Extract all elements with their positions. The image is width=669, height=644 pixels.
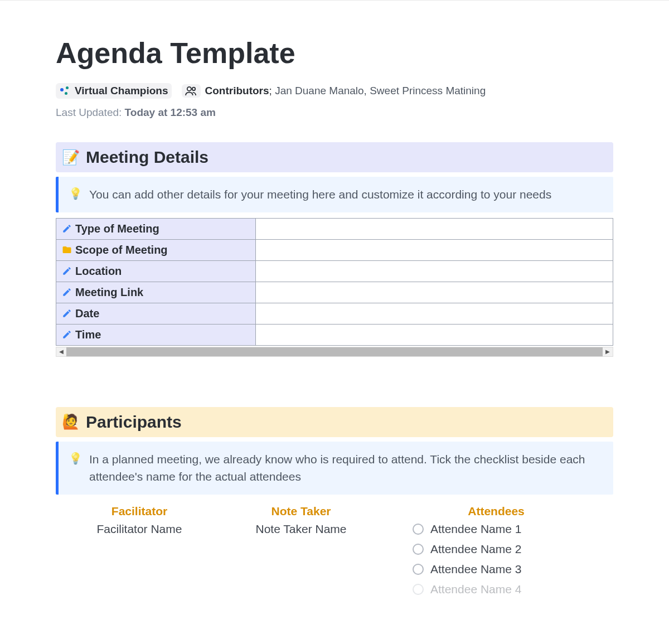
horizontal-scrollbar[interactable]: ◄ ► — [56, 347, 613, 357]
detail-value-cell[interactable] — [256, 218, 613, 239]
detail-value-cell[interactable] — [256, 260, 613, 282]
participants-columns: Facilitator Facilitator Name Note Taker … — [56, 505, 613, 603]
pencil-icon — [62, 266, 72, 276]
table-row: Scope of Meeting — [56, 239, 613, 260]
facilitator-label: Facilitator — [56, 505, 223, 518]
meeting-details-table: Type of MeetingScope of MeetingLocationM… — [56, 218, 613, 346]
scroll-track[interactable] — [66, 347, 603, 356]
participants-callout: 💡 In a planned meeting, we already know … — [56, 442, 613, 495]
svg-point-1 — [192, 88, 195, 90]
detail-label: Date — [75, 307, 99, 319]
contributors-names: Jan Duane Manalo, Sweet Princess Matinin… — [275, 85, 486, 96]
meta-row: Virtual Champions Contributors; Jan Duan… — [56, 83, 613, 99]
pencil-icon — [62, 224, 72, 234]
contributors-label: Contributors — [205, 85, 269, 96]
meeting-details-callout: 💡 You can add other details for your mee… — [56, 177, 613, 212]
table-row: Type of Meeting — [56, 218, 613, 239]
participants-header: 🙋 Participants — [56, 407, 613, 437]
detail-label-cell[interactable]: Date — [56, 303, 256, 324]
memo-icon: 📝 — [62, 149, 79, 166]
detail-label: Location — [75, 265, 122, 277]
detail-value-cell[interactable] — [256, 239, 613, 260]
detail-value-cell[interactable] — [256, 282, 613, 303]
attendee-checkbox[interactable] — [413, 584, 424, 595]
meeting-details-callout-text: You can add other details for your meeti… — [89, 186, 551, 204]
attendee-name[interactable]: Attendee Name 4 — [430, 583, 521, 596]
note-taker-value[interactable]: Note Taker Name — [223, 522, 379, 536]
pencil-icon — [62, 287, 72, 297]
attendee-row: Attendee Name 3 — [413, 563, 613, 576]
team-name: Virtual Champions — [75, 85, 168, 97]
attendees-column: Attendees Attendee Name 1Attendee Name 2… — [379, 505, 613, 603]
lightbulb-icon: 💡 — [69, 451, 83, 466]
note-taker-label: Note Taker — [223, 505, 379, 518]
last-updated-value: Today at 12:53 am — [125, 106, 216, 118]
attendee-checkbox[interactable] — [413, 564, 424, 575]
meeting-details-heading: Meeting Details — [86, 148, 209, 167]
scroll-right-arrow-icon[interactable]: ► — [603, 347, 613, 356]
attendee-row: Attendee Name 4 — [413, 583, 613, 596]
participants-heading: Participants — [86, 413, 182, 432]
facilitator-value[interactable]: Facilitator Name — [56, 522, 223, 536]
detail-label-cell[interactable]: Meeting Link — [56, 282, 256, 303]
pencil-icon — [62, 330, 72, 340]
page-title: Agenda Template — [56, 23, 613, 70]
meeting-details-table-wrap: Type of MeetingScope of MeetingLocationM… — [56, 218, 613, 357]
meeting-details-header: 📝 Meeting Details — [56, 142, 613, 172]
people-icon — [185, 86, 197, 96]
last-updated: Last Updated: Today at 12:53 am — [56, 106, 613, 119]
team-chip[interactable]: Virtual Champions — [56, 83, 172, 99]
table-row: Time — [56, 324, 613, 345]
note-taker-column: Note Taker Note Taker Name — [223, 505, 379, 603]
team-icon — [59, 85, 71, 97]
attendee-checkbox[interactable] — [413, 544, 424, 555]
facilitator-column: Facilitator Facilitator Name — [56, 505, 223, 603]
table-row: Meeting Link — [56, 282, 613, 303]
attendee-name[interactable]: Attendee Name 2 — [430, 543, 521, 556]
detail-label: Type of Meeting — [75, 222, 159, 235]
scroll-left-arrow-icon[interactable]: ◄ — [56, 347, 66, 356]
attendee-row: Attendee Name 2 — [413, 543, 613, 556]
detail-value-cell[interactable] — [256, 324, 613, 345]
attendees-label: Attendees — [379, 505, 613, 518]
detail-label-cell[interactable]: Time — [56, 324, 256, 345]
attendee-checkbox[interactable] — [413, 524, 424, 535]
detail-label-cell[interactable]: Location — [56, 260, 256, 282]
lightbulb-icon: 💡 — [69, 186, 83, 201]
detail-label-cell[interactable]: Type of Meeting — [56, 218, 256, 239]
detail-label: Time — [75, 328, 101, 341]
pencil-icon — [62, 308, 72, 318]
last-updated-label: Last Updated: — [56, 106, 122, 118]
detail-label-cell[interactable]: Scope of Meeting — [56, 239, 256, 260]
table-row: Date — [56, 303, 613, 324]
attendee-name[interactable]: Attendee Name 3 — [430, 563, 521, 576]
scroll-thumb[interactable] — [66, 347, 603, 356]
svg-point-0 — [187, 87, 191, 91]
participants-section: 🙋 Participants 💡 In a planned meeting, w… — [56, 407, 613, 603]
detail-label: Meeting Link — [75, 286, 143, 298]
attendee-name[interactable]: Attendee Name 1 — [430, 522, 521, 536]
raising-hand-icon: 🙋 — [62, 414, 79, 430]
contributors-chip[interactable]: Contributors; Jan Duane Manalo, Sweet Pr… — [182, 84, 486, 98]
page: Agenda Template Virtual Champions Contri… — [0, 1, 669, 625]
detail-value-cell[interactable] — [256, 303, 613, 324]
attendee-row: Attendee Name 1 — [413, 522, 613, 536]
table-row: Location — [56, 260, 613, 282]
detail-label: Scope of Meeting — [75, 244, 168, 256]
contributors-icon-wrap — [182, 84, 201, 98]
folder-icon — [62, 245, 72, 255]
participants-callout-text: In a planned meeting, we already know wh… — [89, 451, 602, 486]
